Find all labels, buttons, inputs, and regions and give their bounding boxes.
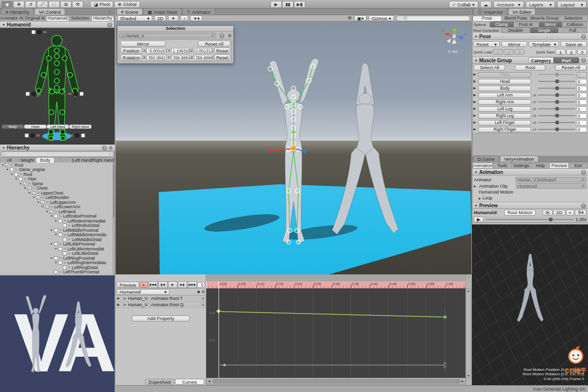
tree-scrollbar[interactable] [113, 163, 115, 274]
tree-row[interactable]: ≻LeftLittleDistal [0, 251, 113, 256]
tab-va-control[interactable]: VA Control [34, 8, 65, 15]
rotation-button[interactable]: Rotation [121, 54, 142, 60]
bone-checkbox[interactable] [10, 168, 14, 172]
option-collision[interactable]: Collision [563, 22, 587, 27]
slider-thumb[interactable] [555, 114, 559, 118]
pivot-button[interactable]: ◪ Pivot [90, 1, 113, 8]
mirror-icon[interactable]: ⇄ [532, 127, 537, 132]
bone-checkbox[interactable] [19, 177, 23, 181]
bone-checkbox[interactable]: ✓ [41, 200, 45, 204]
quick-load-slot-3[interactable]: 3 [514, 49, 524, 55]
tree-row[interactable]: ▼✓≻LeftLowerArm [0, 205, 113, 210]
bone-checkbox[interactable]: ✓ [27, 186, 31, 190]
scene-search-input[interactable]: ⌕ All [396, 16, 470, 21]
quick-save-slot-1[interactable]: 1 [556, 49, 565, 55]
camera-dropdown[interactable]: ▣▾ [354, 15, 367, 21]
bone-checkbox[interactable] [54, 256, 58, 260]
tab-va-editor[interactable]: VA Editor [508, 8, 536, 15]
property-row[interactable]: ▶≻Human_V : Animator.Root Q◆ [116, 302, 206, 308]
foldout-icon[interactable]: ▼ [50, 229, 54, 232]
bone-checkbox[interactable]: ✓ [32, 191, 36, 195]
scroll-left-icon[interactable]: ◀ [208, 379, 210, 383]
foldout-icon[interactable]: ▶ [473, 114, 476, 118]
last-key-button[interactable]: ▶▶▮ [188, 281, 197, 288]
va-menu-preview[interactable]: Preview [550, 163, 569, 169]
frame-field[interactable]: 0 [197, 282, 205, 288]
rotation-y-field[interactable]: 359.9884 [172, 55, 190, 60]
projection-mode-label[interactable]: ≡ Iso [448, 49, 458, 54]
foldout-icon[interactable]: ▶ [473, 100, 476, 104]
keyframe-diamond-icon[interactable]: ◆ [202, 303, 204, 307]
preview-play-button[interactable]: ▶ [474, 217, 484, 222]
muscle-slider-head[interactable] [538, 81, 575, 82]
head-ik-toggle[interactable]: IK [31, 30, 47, 34]
2d-toggle[interactable]: 2D [154, 15, 166, 21]
part-toggle[interactable]: Part [554, 57, 579, 63]
mode-blend-pose[interactable]: Blend Pose [502, 16, 531, 22]
hierarchy-search-input[interactable]: ⌕ × [1, 151, 114, 157]
foldout-icon[interactable]: ▼ [46, 210, 49, 213]
bone-checkbox[interactable]: ✓ [36, 196, 40, 199]
step-button[interactable]: ▶▮ [294, 1, 305, 8]
bone-checkbox[interactable] [58, 247, 62, 251]
bone-checkbox[interactable] [58, 219, 62, 223]
root-correction-disable[interactable]: Disable [501, 27, 530, 33]
skeleton-icon[interactable]: ⌁ [566, 210, 575, 216]
bottom-tab-curves[interactable]: Curves [175, 379, 204, 385]
global-button[interactable]: ⊕ Global [114, 1, 140, 8]
foldout-icon[interactable]: ▼ [28, 192, 32, 195]
preview-viewport[interactable]: Root Motion Position (0.0, 0.0, 0.0) Roo… [472, 224, 588, 385]
muscle-button-body[interactable]: Body [478, 86, 531, 91]
lighting-toggle[interactable]: ☀ [168, 15, 178, 21]
mode-selection[interactable]: Selection [559, 16, 588, 22]
pause-button[interactable]: ▮▮ [282, 1, 294, 8]
tree-row[interactable]: ▼≻Game_engine [0, 168, 113, 172]
avatar-dropdown[interactable]: ⚲▾ [575, 210, 587, 216]
foldout-icon[interactable]: ▶ [473, 79, 476, 83]
scale-tool[interactable]: ⤢ [37, 1, 48, 8]
foldout-icon[interactable]: ▼ [19, 182, 23, 185]
keyframe-diamond-icon[interactable]: ◆ [202, 296, 204, 300]
mirror-icon[interactable]: ⇄ [532, 121, 537, 125]
bone-checkbox[interactable] [63, 266, 67, 270]
effects-dropdown[interactable]: ✦▾ [190, 15, 202, 21]
timeline-v-scrollbar[interactable]: ▲ ▼ [466, 289, 471, 378]
loop-foldout[interactable]: Loop [483, 196, 492, 200]
tab-scene[interactable]: #Scene [117, 8, 143, 15]
layers-dropdown[interactable]: Layers▾ [526, 1, 555, 8]
muscle-slider-left-leg[interactable] [538, 108, 575, 109]
muscle-value-right-arm[interactable]: 0 [576, 99, 587, 105]
bone-checkbox[interactable] [63, 251, 67, 255]
muscle-reset-all-button[interactable]: Reset All [555, 65, 587, 71]
right-hand-ik-toggle[interactable]: IK [68, 92, 84, 96]
foldout-icon[interactable]: ▶ [473, 73, 476, 76]
pose-save-as-button[interactable]: Save as [561, 41, 587, 47]
va-menu-settings[interactable]: Settings [512, 163, 531, 169]
foldout-icon[interactable]: ▶ [473, 121, 476, 124]
muscle-button-right-finger[interactable]: Right Finger [478, 127, 531, 132]
option-foot-ik[interactable]: Foot IK [514, 22, 539, 27]
quick-save-slot-3[interactable]: 3 [577, 49, 587, 55]
preview-speed-slider[interactable] [486, 219, 573, 220]
tree-row[interactable]: ▼≻Root [0, 172, 113, 177]
clip-dropdown[interactable]: Humanoid▾ [117, 289, 170, 295]
add-event-icon[interactable]: ⊞ [201, 290, 205, 294]
foldout-icon[interactable]: ▼ [6, 168, 10, 171]
pose-section-header[interactable]: ▼Pose ? [472, 33, 588, 40]
object-picker-icon[interactable]: ⊙ [581, 177, 585, 182]
pose-mirror-button[interactable]: Mirror [501, 41, 528, 47]
muscle-slider-body[interactable] [538, 88, 575, 89]
tab-asset-store[interactable]: ▦Asset Store [143, 8, 182, 15]
muscle-slider-right-leg[interactable] [538, 115, 575, 116]
right-foot-ik-toggle[interactable]: IK [70, 133, 85, 138]
prev-key-button[interactable]: ▮◀ [158, 281, 168, 288]
tab-hierarchy[interactable]: ≡Hierarchy [1, 8, 34, 15]
muscle-value-right-leg[interactable]: 0 [576, 113, 587, 119]
va-animation-header[interactable]: ▼Animation ? [472, 169, 588, 175]
bone-checkbox[interactable] [54, 270, 58, 274]
selected-character[interactable] [255, 56, 332, 250]
help-icon[interactable]: ? [102, 146, 107, 150]
muscle-button-left-leg[interactable]: Left Leg [478, 106, 531, 112]
transform-tool[interactable]: ⊞ [60, 1, 72, 8]
muscle-button-right-leg[interactable]: Right Leg [478, 113, 531, 119]
